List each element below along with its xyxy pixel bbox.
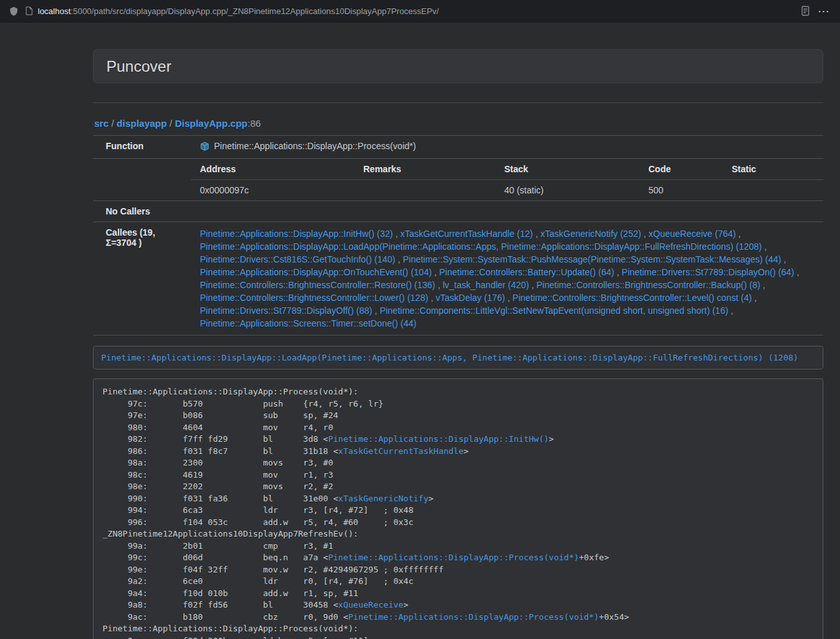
callee-separator: , (529, 280, 537, 290)
code-line: 9a2: 6ce0 ldr r0, [r4, #76] ; 0x4c (103, 576, 814, 588)
callee-link[interactable]: xTaskGenericNotify (252) (540, 229, 641, 239)
code-symbol-link[interactable]: xTaskGetCurrentTaskHandle (338, 446, 464, 456)
detail-code: 500 (639, 180, 723, 201)
function-details-row: Address Remarks Stack Code Static 0x0000… (93, 159, 823, 201)
callee-separator: , (505, 293, 513, 303)
code-line: 97e: b086 sub sp, #24 (103, 410, 814, 422)
code-text: 996: f104 053c add.w r5, r4, #60 ; 0x3c (103, 517, 413, 527)
callee-separator: , (372, 305, 380, 316)
page-title[interactable]: Puncover (106, 58, 171, 75)
detail-value-row: 0x0000097c 40 (static) 500 (191, 180, 823, 201)
callee-link[interactable]: Pinetime::Controllers::Battery::Update()… (440, 267, 614, 277)
code-text: 99c: d06d beq.n a7a < (103, 553, 328, 562)
code-text: 980: 4604 mov r4, r0 (103, 423, 333, 432)
shield-icon[interactable] (9, 6, 19, 17)
code-line: 9ae: f89d 300b ldrb.w r3, [sp, #11] (103, 635, 814, 639)
callee-link[interactable]: Pinetime::Drivers::Cst816S::GetTouchInfo… (200, 254, 395, 264)
function-icon (200, 142, 210, 153)
breadcrumb: src / displayapp / DisplayApp.cpp:86 (94, 117, 823, 130)
code-text: 9a2: 6ce0 ldr r0, [r4, #76] ; 0x4c (103, 576, 413, 586)
no-callers-label: No Callers (93, 201, 191, 222)
code-line: 99c: d06d beq.n a7a <Pinetime::Applicati… (103, 552, 814, 564)
callee-separator: , (395, 254, 403, 264)
menu-icon[interactable]: ⋯ (816, 5, 831, 17)
browser-chrome: localhost:5000/path/src/displayapp/Displ… (0, 0, 840, 22)
breadcrumb-link[interactable]: displayapp (117, 118, 167, 129)
breadcrumb-separator: / (167, 118, 175, 129)
callee-link[interactable]: Pinetime::System::SystemTask::PushMessag… (403, 254, 782, 264)
divider (93, 102, 823, 103)
code-text: > (464, 446, 469, 456)
callee-link[interactable]: Pinetime::Controllers::BrightnessControl… (200, 280, 435, 290)
callee-link[interactable]: Pinetime::Controllers::BrightnessControl… (513, 293, 752, 303)
code-line: 9a4: f10d 010b add.w r1, sp, #11 (103, 588, 814, 600)
code-text: +0x54> (599, 612, 629, 622)
callee-separator: , (432, 267, 440, 277)
callee-link[interactable]: Pinetime::Applications::Screens::Timer::… (200, 318, 416, 328)
callee-link[interactable]: Pinetime::Drivers::St7789::DisplayOn() (… (622, 267, 794, 277)
callee-separator: , (614, 267, 622, 277)
column-header-code: Code (639, 159, 723, 180)
callee-separator: , (393, 229, 400, 239)
code-text: 98e: 2202 movs r2, #2 (103, 481, 333, 491)
callee-separator: , (435, 280, 443, 290)
reader-mode-icon[interactable] (801, 6, 810, 16)
detail-stack: 40 (static) (495, 180, 639, 201)
code-symbol-link[interactable]: xQueueReceive (338, 600, 404, 610)
callee-link[interactable]: lv_task_handler (420) (443, 280, 529, 290)
empty-label-cell (93, 159, 191, 201)
callee-separator: , (795, 267, 800, 277)
code-symbol-link[interactable]: Pinetime::Applications::DisplayApp::Proc… (328, 553, 579, 562)
code-line: 994: 6ca3 ldr r3, [r4, #72] ; 0x48 (103, 505, 814, 517)
code-line: 990: f031 fa36 bl 31e00 <xTaskGenericNot… (103, 493, 814, 505)
callees-list: Pinetime::Applications::DisplayApp::Init… (191, 222, 823, 336)
detail-static (723, 180, 823, 201)
code-line: 982: f7ff fd29 bl 3d8 <Pinetime::Applica… (103, 433, 814, 446)
callee-separator: , (752, 293, 757, 303)
code-text: 99a: 2b01 cmp r3, #1 (103, 541, 333, 551)
code-symbol-link[interactable]: Pinetime::Applications::DisplayApp::Init… (328, 434, 548, 444)
callee-link[interactable]: xQueueReceive (764) (648, 229, 736, 239)
url-bar[interactable]: localhost:5000/path/src/displayapp/Displ… (25, 5, 795, 17)
callee-separator: , (533, 229, 541, 239)
page: Puncover src / displayapp / DisplayApp.c… (0, 22, 840, 639)
highlighted-callee-panel: Pinetime::Applications::DisplayApp::Load… (93, 346, 823, 369)
code-text: 98c: 4619 mov r1, r3 (103, 470, 333, 480)
code-text: 97e: b086 sub sp, #24 (103, 410, 338, 420)
callee-link[interactable]: Pinetime::Applications::DisplayApp::OnTo… (200, 267, 432, 277)
function-details-table: Address Remarks Stack Code Static 0x0000… (191, 159, 823, 200)
callee-link[interactable]: Pinetime::Applications::DisplayApp::Init… (200, 229, 393, 239)
code-line: 98c: 4619 mov r1, r3 (103, 469, 814, 481)
code-line: 9ac: b180 cbz r0, 9d0 <Pinetime::Applica… (103, 611, 814, 624)
callee-separator: , (762, 241, 767, 252)
url-host: localhost (38, 6, 70, 16)
callee-separator: , (729, 305, 734, 316)
highlighted-callee-link[interactable]: Pinetime::Applications::DisplayApp::Load… (101, 353, 798, 362)
callee-separator: , (641, 229, 649, 239)
callee-link[interactable]: Pinetime::Controllers::BrightnessControl… (200, 293, 428, 303)
detail-remarks (354, 180, 495, 201)
code-text: 990: f031 fa36 bl 31e00 < (103, 494, 338, 503)
code-symbol-link[interactable]: Pinetime::Applications::DisplayApp::Proc… (349, 612, 599, 622)
code-symbol-link[interactable]: xTaskGenericNotify (338, 494, 429, 503)
code-text: 994: 6ca3 ldr r3, [r4, #72] ; 0x48 (103, 505, 413, 515)
code-line: Pinetime::Applications::DisplayApp::Proc… (103, 623, 814, 635)
code-line: Pinetime::Applications::DisplayApp::Proc… (103, 386, 814, 398)
column-header-stack: Stack (495, 159, 639, 180)
no-callers-row: No Callers (93, 201, 823, 222)
content-container: Puncover src / displayapp / DisplayApp.c… (93, 49, 823, 639)
callee-link[interactable]: Pinetime::Components::LittleVgl::SetNewT… (380, 305, 729, 316)
callee-link[interactable]: Pinetime::Applications::DisplayApp::Load… (200, 241, 762, 252)
code-text: 9a4: f10d 010b add.w r1, sp, #11 (103, 588, 358, 598)
callee-link[interactable]: Pinetime::Controllers::BrightnessControl… (536, 280, 760, 290)
breadcrumb-link[interactable]: DisplayApp.cpp (175, 118, 247, 129)
callee-separator: , (781, 254, 786, 264)
code-line: 99e: f04f 32ff mov.w r2, #4294967295 ; 0… (103, 564, 814, 576)
callee-link[interactable]: xTaskGetCurrentTaskHandle (12) (400, 229, 533, 239)
breadcrumb-link[interactable]: src (94, 118, 109, 129)
callee-link[interactable]: vTaskDelay (176) (436, 293, 505, 303)
function-row-label: Function (93, 136, 191, 159)
code-text: 9a8: f02f fd56 bl 30458 < (103, 600, 338, 610)
code-line: 98e: 2202 movs r2, #2 (103, 481, 814, 493)
callee-link[interactable]: Pinetime::Drivers::St7789::DisplayOff() … (200, 305, 372, 316)
